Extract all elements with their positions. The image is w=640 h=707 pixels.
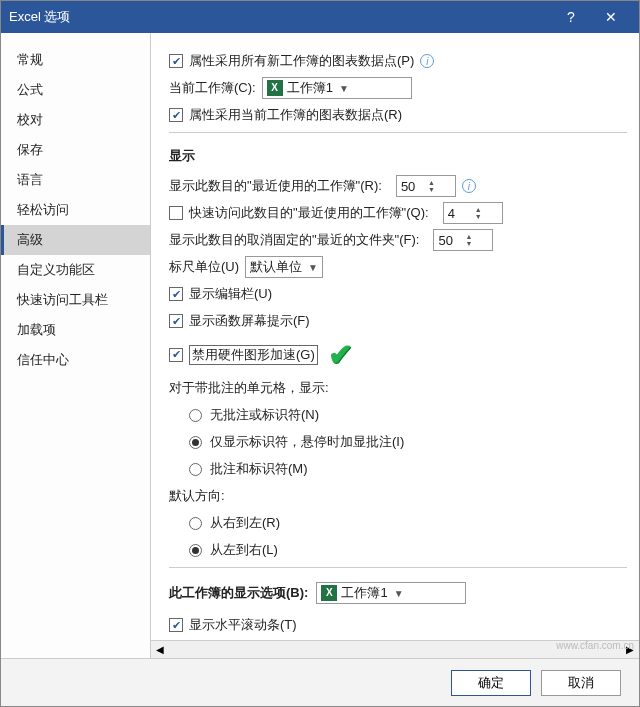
excel-icon: X bbox=[321, 585, 337, 601]
combo-ruler-units-value: 默认单位 bbox=[250, 258, 302, 276]
row-radio-ltr: 从左到右(L) bbox=[169, 539, 627, 561]
scroll-area[interactable]: 属性采用所有新工作簿的图表数据点(P) i 当前工作簿(C): X 工作簿1 ▼… bbox=[151, 33, 639, 640]
spinner-arrows[interactable]: ▲▼ bbox=[475, 206, 498, 220]
label-ruler-units: 标尺单位(U) bbox=[169, 258, 239, 276]
label-radio-ltr: 从左到右(L) bbox=[210, 541, 278, 559]
spinner-recent-workbooks-value: 50 bbox=[401, 179, 424, 194]
radio-rtl[interactable] bbox=[189, 517, 202, 530]
titlebar: Excel 选项 ? ✕ bbox=[1, 1, 639, 33]
row-ruler-units: 标尺单位(U) 默认单位 ▼ bbox=[169, 256, 627, 278]
label-show-formula-bar: 显示编辑栏(U) bbox=[189, 285, 272, 303]
label-radio-indicator-only: 仅显示标识符，悬停时加显批注(I) bbox=[210, 433, 404, 451]
row-chart-props-all: 属性采用所有新工作簿的图表数据点(P) i bbox=[169, 50, 627, 72]
divider bbox=[169, 567, 627, 568]
excel-icon: X bbox=[267, 80, 283, 96]
section-display: 显示 bbox=[169, 147, 627, 165]
row-annotated-cells-label: 对于带批注的单元格，显示: bbox=[169, 377, 627, 399]
combo-workbook-display[interactable]: X 工作簿1 ▼ bbox=[316, 582, 466, 604]
row-current-workbook: 当前工作簿(C): X 工作簿1 ▼ bbox=[169, 77, 627, 99]
row-show-formula-bar: 显示编辑栏(U) bbox=[169, 283, 627, 305]
section-workbook-display: 此工作簿的显示选项(B): X 工作簿1 ▼ bbox=[169, 582, 627, 604]
spinner-quick-access-value: 4 bbox=[448, 206, 471, 221]
spinner-arrows[interactable]: ▲▼ bbox=[465, 233, 488, 247]
label-recent-folders: 显示此数目的取消固定的"最近的文件夹"(F): bbox=[169, 231, 419, 249]
chevron-down-icon: ▼ bbox=[394, 588, 404, 599]
combo-current-workbook-value: 工作簿1 bbox=[287, 79, 333, 97]
label-annotated-cells: 对于带批注的单元格，显示: bbox=[169, 379, 329, 397]
radio-no-comment[interactable] bbox=[189, 409, 202, 422]
label-chart-props-all: 属性采用所有新工作簿的图表数据点(P) bbox=[189, 52, 414, 70]
label-default-direction: 默认方向: bbox=[169, 487, 225, 505]
sidebar-item-advanced[interactable]: 高级 bbox=[1, 225, 150, 255]
help-button[interactable]: ? bbox=[551, 9, 591, 25]
sidebar-item-trust-center[interactable]: 信任中心 bbox=[1, 345, 150, 375]
label-radio-both: 批注和标识符(M) bbox=[210, 460, 308, 478]
info-icon[interactable]: i bbox=[462, 179, 476, 193]
row-disable-hw-accel: 禁用硬件图形加速(G) ✔ bbox=[169, 337, 627, 372]
combo-current-workbook[interactable]: X 工作簿1 ▼ bbox=[262, 77, 412, 99]
watermark: www.cfan.com.cn bbox=[556, 640, 634, 651]
row-recent-workbooks: 显示此数目的"最近使用的工作簿"(R): 50 ▲▼ i bbox=[169, 175, 627, 197]
sidebar-item-quick-access[interactable]: 快速访问工具栏 bbox=[1, 285, 150, 315]
combo-workbook-display-value: 工作簿1 bbox=[341, 584, 387, 602]
row-chart-props-current: 属性采用当前工作簿的图表数据点(R) bbox=[169, 104, 627, 126]
row-show-func-tips: 显示函数屏幕提示(F) bbox=[169, 310, 627, 332]
info-icon[interactable]: i bbox=[420, 54, 434, 68]
sidebar-item-formulas[interactable]: 公式 bbox=[1, 75, 150, 105]
chevron-down-icon: ▼ bbox=[308, 262, 318, 273]
dialog: Excel 选项 ? ✕ 常规 公式 校对 保存 语言 轻松访问 高级 自定义功… bbox=[0, 0, 640, 707]
checkbox-disable-hw-accel[interactable] bbox=[169, 348, 183, 362]
label-radio-no-comment: 无批注或标识符(N) bbox=[210, 406, 319, 424]
checkbox-show-hscroll[interactable] bbox=[169, 618, 183, 632]
scroll-left-icon[interactable]: ◀ bbox=[151, 644, 169, 655]
spinner-arrows[interactable]: ▲▼ bbox=[428, 179, 451, 193]
radio-both[interactable] bbox=[189, 463, 202, 476]
sidebar-item-proofing[interactable]: 校对 bbox=[1, 105, 150, 135]
radio-ltr[interactable] bbox=[189, 544, 202, 557]
label-current-workbook: 当前工作簿(C): bbox=[169, 79, 256, 97]
sidebar-item-customize-ribbon[interactable]: 自定义功能区 bbox=[1, 255, 150, 285]
label-show-func-tips: 显示函数屏幕提示(F) bbox=[189, 312, 310, 330]
section-workbook-display-label: 此工作簿的显示选项(B): bbox=[169, 584, 308, 602]
row-radio-rtl: 从右到左(R) bbox=[169, 512, 627, 534]
spinner-recent-workbooks[interactable]: 50 ▲▼ bbox=[396, 175, 456, 197]
content-pane: 属性采用所有新工作簿的图表数据点(P) i 当前工作簿(C): X 工作簿1 ▼… bbox=[151, 33, 639, 658]
checkbox-chart-props-current[interactable] bbox=[169, 108, 183, 122]
label-radio-rtl: 从右到左(R) bbox=[210, 514, 280, 532]
label-show-hscroll: 显示水平滚动条(T) bbox=[189, 616, 297, 634]
row-show-hscroll: 显示水平滚动条(T) bbox=[169, 614, 627, 636]
row-radio-indicator-only: 仅显示标识符，悬停时加显批注(I) bbox=[169, 431, 627, 453]
row-radio-both: 批注和标识符(M) bbox=[169, 458, 627, 480]
sidebar-item-language[interactable]: 语言 bbox=[1, 165, 150, 195]
radio-indicator-only[interactable] bbox=[189, 436, 202, 449]
dialog-title: Excel 选项 bbox=[9, 8, 551, 26]
row-recent-folders: 显示此数目的取消固定的"最近的文件夹"(F): 50 ▲▼ bbox=[169, 229, 627, 251]
dialog-body: 常规 公式 校对 保存 语言 轻松访问 高级 自定义功能区 快速访问工具栏 加载… bbox=[1, 33, 639, 658]
sidebar: 常规 公式 校对 保存 语言 轻松访问 高级 自定义功能区 快速访问工具栏 加载… bbox=[1, 33, 151, 658]
spinner-recent-folders[interactable]: 50 ▲▼ bbox=[433, 229, 493, 251]
ok-button[interactable]: 确定 bbox=[451, 670, 531, 696]
row-quick-access-recent: 快速访问此数目的"最近使用的工作簿"(Q): 4 ▲▼ bbox=[169, 202, 627, 224]
label-quick-access-recent: 快速访问此数目的"最近使用的工作簿"(Q): bbox=[189, 204, 429, 222]
annotation-checkmark-icon: ✔ bbox=[328, 337, 353, 372]
spinner-quick-access-recent[interactable]: 4 ▲▼ bbox=[443, 202, 503, 224]
spinner-recent-folders-value: 50 bbox=[438, 233, 461, 248]
sidebar-item-addins[interactable]: 加载项 bbox=[1, 315, 150, 345]
dialog-footer: 确定 取消 bbox=[1, 658, 639, 706]
checkbox-quick-access-recent[interactable] bbox=[169, 206, 183, 220]
label-recent-workbooks: 显示此数目的"最近使用的工作簿"(R): bbox=[169, 177, 382, 195]
checkbox-show-formula-bar[interactable] bbox=[169, 287, 183, 301]
row-radio-no-comment: 无批注或标识符(N) bbox=[169, 404, 627, 426]
sidebar-item-save[interactable]: 保存 bbox=[1, 135, 150, 165]
chevron-down-icon: ▼ bbox=[339, 83, 349, 94]
combo-ruler-units[interactable]: 默认单位 ▼ bbox=[245, 256, 323, 278]
divider bbox=[169, 132, 627, 133]
label-disable-hw-accel: 禁用硬件图形加速(G) bbox=[189, 345, 318, 365]
sidebar-item-general[interactable]: 常规 bbox=[1, 45, 150, 75]
sidebar-item-accessibility[interactable]: 轻松访问 bbox=[1, 195, 150, 225]
checkbox-chart-props-all[interactable] bbox=[169, 54, 183, 68]
checkbox-show-func-tips[interactable] bbox=[169, 314, 183, 328]
cancel-button[interactable]: 取消 bbox=[541, 670, 621, 696]
row-default-direction-label: 默认方向: bbox=[169, 485, 627, 507]
close-button[interactable]: ✕ bbox=[591, 9, 631, 25]
